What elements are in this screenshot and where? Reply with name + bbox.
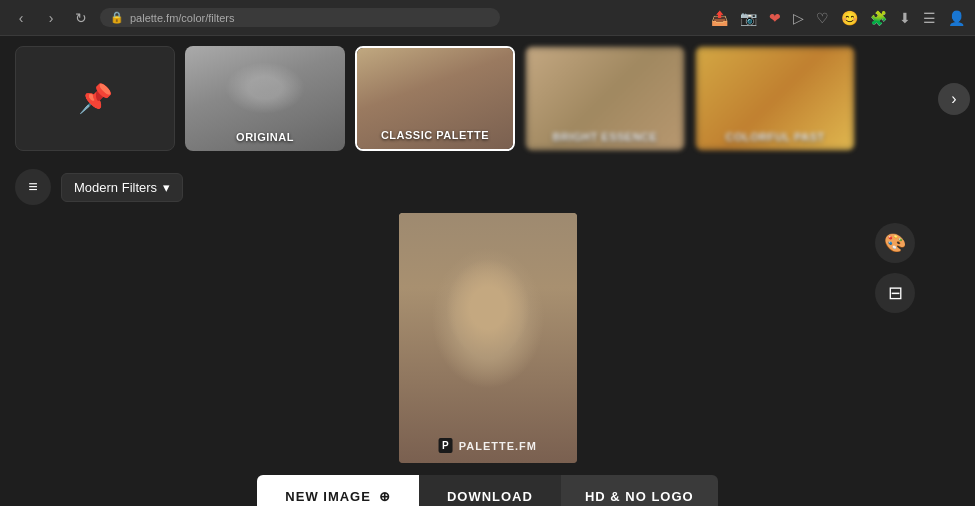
browser-icon-menu[interactable]: ☰ xyxy=(923,10,936,26)
content-area: P PALETTE.FM 🎨 ⊟ xyxy=(0,213,975,463)
filter-card-pinned[interactable]: 📌 xyxy=(15,46,175,151)
palette-icon: 🎨 xyxy=(884,232,906,254)
side-buttons: 🎨 ⊟ xyxy=(875,223,915,313)
filter-carousel: 📌 ORIGINAL CLASSIC PALETTE BRIGHT ESSENC… xyxy=(0,36,975,161)
browser-icon-camera[interactable]: 📷 xyxy=(740,10,757,26)
dropdown-arrow-icon: ▾ xyxy=(163,180,170,195)
back-button[interactable]: ‹ xyxy=(10,7,32,29)
main-image-bg xyxy=(399,213,577,463)
hd-no-logo-button[interactable]: HD & NO LOGO xyxy=(561,475,718,506)
download-label: DOWNLOAD xyxy=(447,489,533,504)
browser-icon-play[interactable]: ▷ xyxy=(793,10,804,26)
url-text: palette.fm/color/filters xyxy=(130,12,235,24)
browser-icon-account[interactable]: 👤 xyxy=(948,10,965,26)
carousel-next-button[interactable]: › xyxy=(938,83,970,115)
browser-icon-download[interactable]: ⬇ xyxy=(899,10,911,26)
main-image: P PALETTE.FM xyxy=(399,213,577,463)
reload-button[interactable]: ↻ xyxy=(70,7,92,29)
main-image-container: P PALETTE.FM xyxy=(399,213,577,463)
hd-label: HD & NO LOGO xyxy=(585,489,694,504)
hamburger-icon: ≡ xyxy=(28,178,37,196)
filter-dropdown-label: Modern Filters xyxy=(74,180,157,195)
browser-icon-favorite[interactable]: ♡ xyxy=(816,10,829,26)
forward-button[interactable]: › xyxy=(40,7,62,29)
filter-card-colorful-past[interactable]: COLORFUL PAST xyxy=(695,46,855,151)
new-image-label: NEW IMAGE xyxy=(285,489,371,504)
bottom-bar: NEW IMAGE ⊕ DOWNLOAD HD & NO LOGO xyxy=(0,463,975,506)
browser-icon-extension[interactable]: 🧩 xyxy=(870,10,887,26)
sliders-button[interactable]: ⊟ xyxy=(875,273,915,313)
filter-label-bright: BRIGHT ESSENCE xyxy=(525,131,685,143)
new-image-icon: ⊕ xyxy=(379,489,391,504)
pin-icon: 📌 xyxy=(78,82,113,115)
lock-icon: 🔒 xyxy=(110,11,124,24)
palette-button[interactable]: 🎨 xyxy=(875,223,915,263)
filter-card-original[interactable]: ORIGINAL xyxy=(185,46,345,151)
watermark-text: PALETTE.FM xyxy=(459,440,537,452)
filter-card-bright-essence[interactable]: BRIGHT ESSENCE xyxy=(525,46,685,151)
browser-icon-profile[interactable]: 😊 xyxy=(841,10,858,26)
watermark-logo: P xyxy=(438,438,453,453)
browser-toolbar: 📤 📷 ❤ ▷ ♡ 😊 🧩 ⬇ ☰ 👤 xyxy=(711,10,965,26)
filter-dropdown[interactable]: Modern Filters ▾ xyxy=(61,173,183,202)
browser-icon-share[interactable]: 📤 xyxy=(711,10,728,26)
portrait-overlay xyxy=(399,213,577,463)
sliders-icon: ⊟ xyxy=(888,282,903,304)
toolbar-row: ≡ Modern Filters ▾ xyxy=(0,161,975,213)
filter-label-colorful: COLORFUL PAST xyxy=(695,131,855,143)
browser-chrome: ‹ › ↻ 🔒 palette.fm/color/filters 📤 📷 ❤ ▷… xyxy=(0,0,975,36)
hamburger-button[interactable]: ≡ xyxy=(15,169,51,205)
browser-icon-heart[interactable]: ❤ xyxy=(769,10,781,26)
image-watermark: P PALETTE.FM xyxy=(438,438,537,453)
filter-label-classic: CLASSIC PALETTE xyxy=(357,129,513,141)
download-button[interactable]: DOWNLOAD xyxy=(419,475,561,506)
filter-card-classic-palette[interactable]: CLASSIC PALETTE xyxy=(355,46,515,151)
filter-label-original: ORIGINAL xyxy=(185,131,345,143)
new-image-button[interactable]: NEW IMAGE ⊕ xyxy=(257,475,419,506)
address-bar[interactable]: 🔒 palette.fm/color/filters xyxy=(100,8,500,27)
app-container: 📌 ORIGINAL CLASSIC PALETTE BRIGHT ESSENC… xyxy=(0,36,975,506)
